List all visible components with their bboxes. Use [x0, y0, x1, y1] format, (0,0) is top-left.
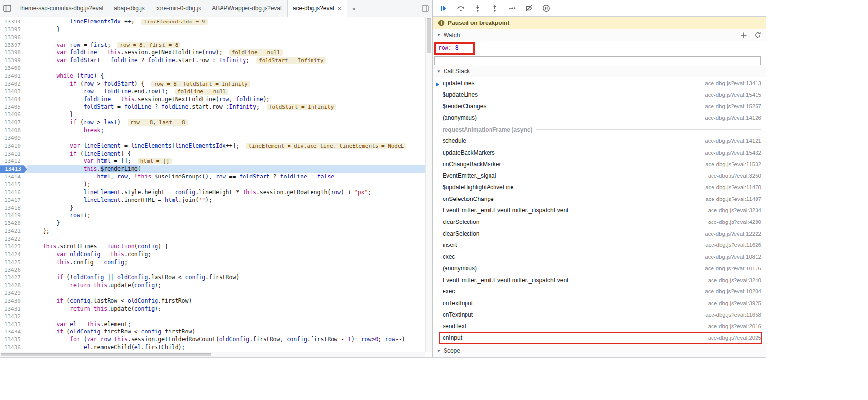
frame-source-location[interactable]: ace-dbg.js?eval:10204 [705, 289, 761, 294]
code-line[interactable]: 13394 lineElementsIdx ++;lineElementsIdx… [0, 18, 425, 26]
add-watch-expression-button[interactable] [740, 32, 747, 39]
line-number[interactable]: 13410 [0, 142, 27, 150]
code-line[interactable]: 13427 if (!oldConfig || oldConfig.lastRo… [0, 274, 425, 282]
file-tab[interactable]: ABAPWrapper-dbg.js?eval [206, 0, 287, 17]
editor-horizontal-scrollbar[interactable] [0, 352, 425, 357]
line-number[interactable]: 13425 [0, 259, 27, 267]
code-line[interactable]: 13430 if (config.lastRow < oldConfig.fir… [0, 297, 425, 305]
code-line[interactable]: 13433 var el = this.element; [0, 321, 425, 329]
call-stack-frame[interactable]: EventEmitter._signalace-dbg.js?eval:3250 [433, 170, 766, 182]
navigator-toggle-button[interactable] [0, 0, 15, 17]
code-line[interactable]: 13412 var html = [];html = [] [0, 157, 425, 165]
line-number[interactable]: 13416 [0, 189, 27, 197]
code-line[interactable]: 13404 foldLine = this.session.getNextFol… [0, 96, 425, 104]
code-line[interactable]: 13423 this.scrollLines = function(config… [0, 243, 425, 251]
step-button[interactable] [508, 4, 516, 12]
line-number[interactable]: 13421 [0, 227, 27, 235]
code-line[interactable]: 13402 if (row > foldStart) {row = 8, fol… [0, 80, 425, 88]
line-number[interactable]: 13414 [0, 173, 27, 181]
call-stack-frame[interactable]: onChangeBackMarkerace-dbg.js?eval:11532 [433, 158, 766, 170]
step-out-button[interactable] [490, 4, 499, 12]
watch-section-header[interactable]: ▼ Watch [433, 29, 766, 41]
line-number[interactable]: 13422 [0, 235, 27, 243]
frame-source-location[interactable]: ace-dbg.js?eval:15415 [705, 92, 761, 98]
code-line[interactable]: 13424 var oldConfig = this.config; [0, 251, 425, 259]
file-tab[interactable]: abap-dbg.js [109, 0, 150, 17]
code-editor[interactable]: 13394 lineElementsIdx ++;lineElementsIdx… [0, 17, 425, 352]
call-stack-frame[interactable]: onInputace-dbg.js?eval:2025 [433, 332, 766, 344]
line-number[interactable]: 13396 [0, 34, 27, 42]
line-number[interactable]: 13400 [0, 65, 27, 72]
editor-panel-icon[interactable] [422, 5, 429, 12]
code-line[interactable]: 13401 while (true) { [0, 72, 425, 80]
frame-source-location[interactable]: ace-dbg.js?eval:2025 [708, 335, 761, 341]
code-line[interactable]: 13398 var foldLine = this.session.getNex… [0, 49, 425, 57]
code-line-current[interactable]: 13413 this.$renderLine( [0, 165, 425, 173]
more-tabs-icon[interactable]: » [347, 5, 359, 12]
code-line[interactable]: 13411 if (lineElement) { [0, 150, 425, 158]
frame-source-location[interactable]: ace-dbg.js?eval:14121 [705, 138, 761, 144]
line-number[interactable]: 13415 [0, 181, 27, 189]
code-line[interactable]: 13425 this.config = config; [0, 259, 425, 267]
call-stack-frame[interactable]: EventEmitter._emit.EventEmitter._dispatc… [433, 274, 766, 286]
frame-source-location[interactable]: ace-dbg.js?eval:2016 [708, 323, 761, 329]
line-number[interactable]: 13426 [0, 267, 27, 274]
line-number[interactable]: 13401 [0, 72, 27, 80]
line-number[interactable]: 13405 [0, 103, 27, 111]
step-into-button[interactable] [473, 4, 482, 12]
frame-source-location[interactable]: ace-dbg.js?eval:11532 [705, 161, 761, 167]
code-line[interactable]: 13403 row = foldLine.end.row+1;foldLine … [0, 88, 425, 96]
frame-source-location[interactable]: ace-dbg.js?eval:10812 [705, 254, 761, 260]
line-number[interactable]: 13429 [0, 289, 27, 297]
frame-source-location[interactable]: ace-dbg.js?eval:11626 [705, 242, 761, 248]
frame-source-location[interactable]: ace-dbg.js?eval:11470 [705, 184, 761, 190]
code-line[interactable]: 13419 row++; [0, 212, 425, 220]
code-line[interactable]: 13422 [0, 235, 425, 243]
call-stack-section-header[interactable]: ▼ Call Stack [433, 66, 766, 77]
refresh-watch-button[interactable] [754, 31, 761, 39]
frame-source-location[interactable]: ace-dbg.js?eval:11487 [705, 196, 761, 202]
line-number[interactable]: 13395 [0, 26, 27, 34]
line-number[interactable]: 13404 [0, 96, 27, 104]
code-line[interactable]: 13431 return this.update(config); [0, 305, 425, 313]
call-stack-frame[interactable]: (anonymous)ace-dbg.js?eval:10176 [433, 263, 766, 274]
frame-source-location[interactable]: ace-dbg.js?eval:3240 [708, 277, 761, 283]
call-stack-frame[interactable]: sendTextace-dbg.js?eval:2016 [433, 320, 766, 332]
frame-source-location[interactable]: ace-dbg.js?eval:14126 [705, 115, 761, 121]
code-line[interactable]: 13414 html, row, !this.$useLineGroups(),… [0, 173, 425, 181]
code-line[interactable]: 13396 [0, 34, 425, 42]
watch-expression-input[interactable] [434, 56, 761, 65]
deactivate-breakpoints-button[interactable] [525, 4, 534, 12]
file-tab[interactable]: ace-dbg.js?eval× [287, 0, 348, 17]
frame-source-location[interactable]: ace-dbg.js?eval:4280 [708, 219, 761, 225]
line-number[interactable]: 13418 [0, 204, 27, 212]
code-line[interactable]: 13418 } [0, 204, 425, 212]
frame-source-location[interactable]: ace-dbg.js?eval:10176 [705, 266, 761, 271]
code-line[interactable]: 13436 el.removeChild(el.firstChild); [0, 344, 425, 352]
code-line[interactable]: 13408 break; [0, 127, 425, 134]
code-line[interactable]: 13407 if (row > last)row = 8, last = 8 [0, 119, 425, 127]
resume-button[interactable] [439, 4, 448, 12]
line-number[interactable]: 13413 [0, 165, 27, 173]
line-number[interactable]: 13407 [0, 119, 27, 127]
line-number[interactable]: 13428 [0, 282, 27, 289]
line-number[interactable]: 13436 [0, 344, 27, 352]
line-number[interactable]: 13411 [0, 150, 27, 158]
code-line[interactable]: 13421 }; [0, 227, 425, 235]
scrollbar-thumb[interactable] [1, 353, 211, 356]
line-number[interactable]: 13433 [0, 321, 27, 329]
frame-source-location[interactable]: ace-dbg.js?eval:11658 [705, 312, 761, 318]
code-line[interactable]: 13420 } [0, 220, 425, 227]
call-stack-frame[interactable]: clearSelectionace-dbg.js?eval:4280 [433, 216, 766, 228]
code-line[interactable]: 13405 foldStart = foldLine ? foldLine.st… [0, 103, 425, 111]
scrollbar-thumb[interactable] [427, 18, 431, 53]
line-number[interactable]: 13430 [0, 297, 27, 305]
code-line[interactable]: 13400 [0, 65, 425, 72]
watch-expression-row[interactable]: row: 8 [434, 42, 762, 55]
line-number[interactable]: 13431 [0, 305, 27, 313]
line-number[interactable]: 13397 [0, 42, 27, 49]
code-line[interactable]: 13399 var foldStart = foldLine ? foldLin… [0, 57, 425, 65]
call-stack-frame[interactable]: onSelectionChangeace-dbg.js?eval:11487 [433, 193, 766, 205]
file-tab[interactable]: theme-sap-cumulus-dbg.js?eval [15, 0, 109, 17]
call-stack-frame[interactable]: $updateHighlightActiveLineace-dbg.js?eva… [433, 181, 766, 193]
